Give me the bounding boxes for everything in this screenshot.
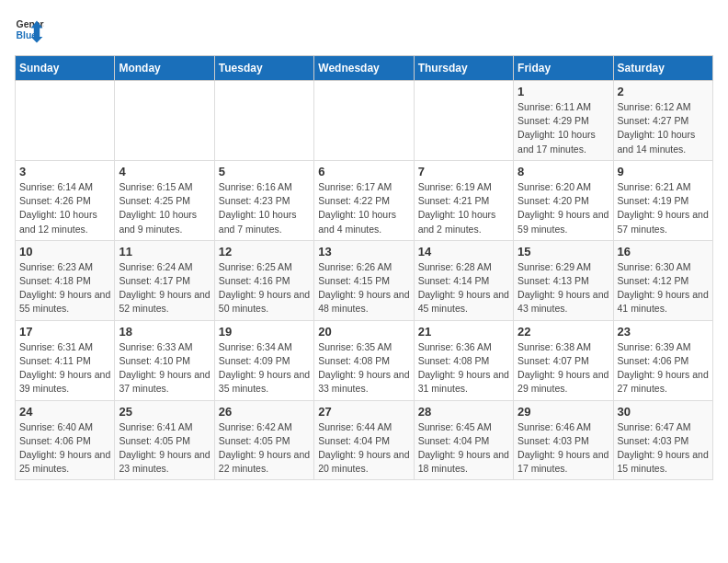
calendar-cell: 1Sunrise: 6:11 AMSunset: 4:29 PMDaylight… bbox=[514, 81, 613, 161]
day-number: 28 bbox=[418, 405, 509, 419]
day-detail: Sunrise: 6:16 AMSunset: 4:23 PMDaylight:… bbox=[219, 180, 310, 236]
calendar-cell: 2Sunrise: 6:12 AMSunset: 4:27 PMDaylight… bbox=[613, 81, 712, 161]
day-number: 5 bbox=[219, 165, 310, 178]
day-number: 15 bbox=[518, 245, 609, 259]
calendar-cell: 18Sunrise: 6:33 AMSunset: 4:10 PMDayligh… bbox=[115, 320, 214, 400]
week-row-3: 17Sunrise: 6:31 AMSunset: 4:11 PMDayligh… bbox=[16, 320, 713, 400]
calendar-cell: 24Sunrise: 6:40 AMSunset: 4:06 PMDayligh… bbox=[16, 400, 115, 480]
day-number: 6 bbox=[318, 165, 409, 178]
day-detail: Sunrise: 6:47 AMSunset: 4:03 PMDaylight:… bbox=[618, 420, 709, 477]
calendar-cell: 29Sunrise: 6:46 AMSunset: 4:03 PMDayligh… bbox=[514, 400, 613, 480]
calendar-cell: 6Sunrise: 6:17 AMSunset: 4:22 PMDaylight… bbox=[314, 160, 414, 240]
weekday-header-tuesday: Tuesday bbox=[214, 56, 313, 81]
day-number: 14 bbox=[418, 245, 509, 259]
calendar-cell: 22Sunrise: 6:38 AMSunset: 4:07 PMDayligh… bbox=[514, 320, 613, 400]
day-detail: Sunrise: 6:14 AMSunset: 4:26 PMDaylight:… bbox=[19, 180, 110, 236]
calendar-cell: 5Sunrise: 6:16 AMSunset: 4:23 PMDaylight… bbox=[214, 160, 313, 240]
day-number: 30 bbox=[618, 405, 709, 419]
day-detail: Sunrise: 6:25 AMSunset: 4:16 PMDaylight:… bbox=[219, 260, 310, 316]
week-row-1: 3Sunrise: 6:14 AMSunset: 4:26 PMDaylight… bbox=[16, 160, 713, 240]
calendar-cell: 27Sunrise: 6:44 AMSunset: 4:04 PMDayligh… bbox=[314, 400, 414, 480]
day-detail: Sunrise: 6:23 AMSunset: 4:18 PMDaylight:… bbox=[19, 260, 110, 316]
day-number: 16 bbox=[618, 245, 709, 259]
day-number: 17 bbox=[19, 325, 110, 339]
day-number: 9 bbox=[618, 165, 709, 178]
calendar-cell: 21Sunrise: 6:36 AMSunset: 4:08 PMDayligh… bbox=[414, 320, 513, 400]
day-number: 11 bbox=[119, 245, 210, 259]
weekday-header-monday: Monday bbox=[115, 56, 214, 81]
day-number: 3 bbox=[19, 165, 110, 178]
calendar-cell: 25Sunrise: 6:41 AMSunset: 4:05 PMDayligh… bbox=[115, 400, 214, 480]
weekday-header-row: SundayMondayTuesdayWednesdayThursdayFrid… bbox=[16, 56, 713, 81]
day-detail: Sunrise: 6:41 AMSunset: 4:05 PMDaylight:… bbox=[119, 420, 210, 477]
calendar-cell: 15Sunrise: 6:29 AMSunset: 4:13 PMDayligh… bbox=[514, 240, 613, 320]
day-number: 23 bbox=[618, 325, 709, 339]
calendar-header: SundayMondayTuesdayWednesdayThursdayFrid… bbox=[16, 56, 713, 81]
calendar-cell bbox=[314, 81, 414, 161]
calendar-cell: 23Sunrise: 6:39 AMSunset: 4:06 PMDayligh… bbox=[613, 320, 712, 400]
day-detail: Sunrise: 6:36 AMSunset: 4:08 PMDaylight:… bbox=[418, 340, 509, 396]
day-detail: Sunrise: 6:35 AMSunset: 4:08 PMDaylight:… bbox=[318, 340, 409, 396]
day-detail: Sunrise: 6:40 AMSunset: 4:06 PMDaylight:… bbox=[19, 420, 110, 477]
day-detail: Sunrise: 6:12 AMSunset: 4:27 PMDaylight:… bbox=[618, 100, 709, 156]
week-row-2: 10Sunrise: 6:23 AMSunset: 4:18 PMDayligh… bbox=[16, 240, 713, 320]
day-number: 10 bbox=[19, 245, 110, 259]
calendar-cell: 26Sunrise: 6:42 AMSunset: 4:05 PMDayligh… bbox=[214, 400, 313, 480]
day-number: 2 bbox=[618, 85, 709, 98]
calendar-cell: 13Sunrise: 6:26 AMSunset: 4:15 PMDayligh… bbox=[314, 240, 414, 320]
day-detail: Sunrise: 6:30 AMSunset: 4:12 PMDaylight:… bbox=[618, 260, 709, 316]
weekday-header-thursday: Thursday bbox=[414, 56, 513, 81]
day-detail: Sunrise: 6:46 AMSunset: 4:03 PMDaylight:… bbox=[518, 420, 609, 477]
weekday-header-friday: Friday bbox=[514, 56, 613, 81]
day-detail: Sunrise: 6:19 AMSunset: 4:21 PMDaylight:… bbox=[418, 180, 509, 236]
day-detail: Sunrise: 6:39 AMSunset: 4:06 PMDaylight:… bbox=[618, 340, 709, 396]
weekday-header-sunday: Sunday bbox=[16, 56, 115, 81]
week-row-0: 1Sunrise: 6:11 AMSunset: 4:29 PMDaylight… bbox=[16, 81, 713, 161]
calendar-cell: 17Sunrise: 6:31 AMSunset: 4:11 PMDayligh… bbox=[16, 320, 115, 400]
calendar-cell: 11Sunrise: 6:24 AMSunset: 4:17 PMDayligh… bbox=[115, 240, 214, 320]
day-number: 18 bbox=[119, 325, 210, 339]
calendar-cell: 4Sunrise: 6:15 AMSunset: 4:25 PMDaylight… bbox=[115, 160, 214, 240]
calendar-cell: 7Sunrise: 6:19 AMSunset: 4:21 PMDaylight… bbox=[414, 160, 513, 240]
weekday-header-wednesday: Wednesday bbox=[314, 56, 414, 81]
day-number: 24 bbox=[19, 405, 110, 419]
day-number: 21 bbox=[418, 325, 509, 339]
day-detail: Sunrise: 6:17 AMSunset: 4:22 PMDaylight:… bbox=[318, 180, 409, 236]
calendar-cell bbox=[414, 81, 513, 161]
day-detail: Sunrise: 6:26 AMSunset: 4:15 PMDaylight:… bbox=[318, 260, 409, 316]
calendar-cell: 3Sunrise: 6:14 AMSunset: 4:26 PMDaylight… bbox=[16, 160, 115, 240]
calendar-cell: 8Sunrise: 6:20 AMSunset: 4:20 PMDaylight… bbox=[514, 160, 613, 240]
calendar-cell bbox=[16, 81, 115, 161]
day-number: 1 bbox=[518, 85, 609, 98]
day-number: 12 bbox=[219, 245, 310, 259]
day-number: 4 bbox=[119, 165, 210, 178]
week-row-4: 24Sunrise: 6:40 AMSunset: 4:06 PMDayligh… bbox=[16, 400, 713, 480]
day-detail: Sunrise: 6:31 AMSunset: 4:11 PMDaylight:… bbox=[19, 340, 110, 396]
calendar-table: SundayMondayTuesdayWednesdayThursdayFrid… bbox=[15, 55, 713, 480]
day-number: 20 bbox=[318, 325, 409, 339]
day-detail: Sunrise: 6:44 AMSunset: 4:04 PMDaylight:… bbox=[318, 420, 409, 477]
day-detail: Sunrise: 6:33 AMSunset: 4:10 PMDaylight:… bbox=[119, 340, 210, 396]
day-number: 19 bbox=[219, 325, 310, 339]
day-detail: Sunrise: 6:21 AMSunset: 4:19 PMDaylight:… bbox=[618, 180, 709, 236]
day-number: 25 bbox=[119, 405, 210, 419]
day-detail: Sunrise: 6:45 AMSunset: 4:04 PMDaylight:… bbox=[418, 420, 509, 477]
calendar-cell: 19Sunrise: 6:34 AMSunset: 4:09 PMDayligh… bbox=[214, 320, 313, 400]
day-detail: Sunrise: 6:24 AMSunset: 4:17 PMDaylight:… bbox=[119, 260, 210, 316]
calendar-cell: 12Sunrise: 6:25 AMSunset: 4:16 PMDayligh… bbox=[214, 240, 313, 320]
day-number: 26 bbox=[219, 405, 310, 419]
day-number: 7 bbox=[418, 165, 509, 178]
day-detail: Sunrise: 6:20 AMSunset: 4:20 PMDaylight:… bbox=[518, 180, 609, 236]
calendar-cell: 30Sunrise: 6:47 AMSunset: 4:03 PMDayligh… bbox=[613, 400, 712, 480]
day-number: 13 bbox=[318, 245, 409, 259]
calendar-cell: 16Sunrise: 6:30 AMSunset: 4:12 PMDayligh… bbox=[613, 240, 712, 320]
day-number: 27 bbox=[318, 405, 409, 419]
calendar-cell: 9Sunrise: 6:21 AMSunset: 4:19 PMDaylight… bbox=[613, 160, 712, 240]
day-detail: Sunrise: 6:34 AMSunset: 4:09 PMDaylight:… bbox=[219, 340, 310, 396]
day-detail: Sunrise: 6:38 AMSunset: 4:07 PMDaylight:… bbox=[518, 340, 609, 396]
day-number: 8 bbox=[518, 165, 609, 178]
calendar-body: 1Sunrise: 6:11 AMSunset: 4:29 PMDaylight… bbox=[16, 81, 713, 480]
logo-icon: General Blue bbox=[15, 15, 44, 44]
weekday-header-saturday: Saturday bbox=[613, 56, 712, 81]
calendar-cell: 20Sunrise: 6:35 AMSunset: 4:08 PMDayligh… bbox=[314, 320, 414, 400]
